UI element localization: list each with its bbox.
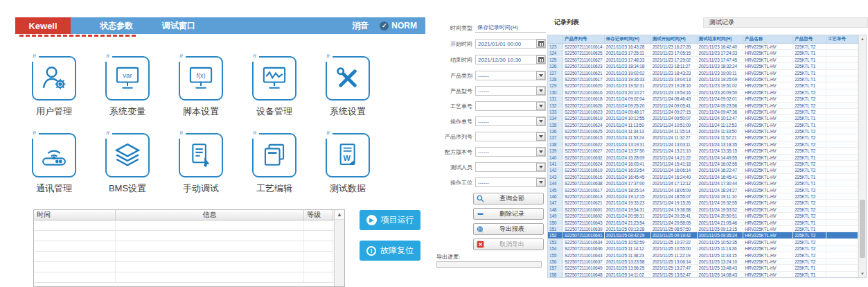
chevron-down-icon[interactable] xyxy=(536,117,545,125)
scroll-down-icon[interactable]: ▼ xyxy=(859,270,866,277)
filter-input[interactable]: 保存记录时间(H) xyxy=(475,23,546,33)
app-tile[interactable]: BMS设置 xyxy=(105,133,150,195)
record-row[interactable]: 150S2250721110106432021/11/24 21:23:5420… xyxy=(548,220,858,226)
record-row[interactable]: 138S2250721110106222021/11/24 13:19:3120… xyxy=(548,141,858,148)
record-col-header[interactable]: 测试开始时间(H) xyxy=(651,35,698,43)
record-row[interactable]: 153S2250721110106342021/11/25 10:52:5920… xyxy=(548,239,858,245)
record-row[interactable]: 140S2250721110106322021/11/24 15:28:0920… xyxy=(548,155,858,161)
record-row[interactable]: 152S2250721110106412021/11/25 09:42:2920… xyxy=(548,232,858,238)
scroll-up-icon[interactable]: ▲ xyxy=(335,210,344,220)
record-row[interactable]: 148S2250721110106012021/11/24 19:54:3120… xyxy=(548,207,858,213)
app-tile[interactable]: 工艺编辑 xyxy=(252,133,296,195)
tab-debug-window[interactable]: 调试窗口 xyxy=(162,20,195,32)
filter-input[interactable]: ------ xyxy=(475,116,546,126)
record-row[interactable]: 142S2250721110106192021/11/24 16:23:5420… xyxy=(548,167,858,173)
log-row[interactable] xyxy=(34,262,334,272)
record-row[interactable]: 127S2250721110106212021/11/23 19:02:0220… xyxy=(548,70,858,76)
chevron-down-icon[interactable] xyxy=(536,163,545,171)
record-row[interactable]: 145S2250721110106172021/11/24 18:25:1420… xyxy=(548,187,858,193)
record-row[interactable]: 124S2250721110106252021/11/23 17:25:1120… xyxy=(548,50,858,56)
log-row[interactable] xyxy=(34,241,334,252)
app-tile[interactable]: var 系统变量 xyxy=(105,56,150,118)
filter-input[interactable] xyxy=(475,101,546,111)
record-row[interactable]: 134S2250721110106192021/11/24 10:12:5520… xyxy=(548,115,858,121)
project-run-button[interactable]: ▶ 项目运行 xyxy=(360,210,420,230)
app-tile[interactable]: W 测试数据 xyxy=(326,133,370,195)
record-row[interactable]: 157S2250721110106492021/11/25 13:56:2520… xyxy=(548,265,858,271)
log-scrollbar[interactable]: ▲ xyxy=(334,210,344,286)
tab-test-record[interactable]: 测试记录 xyxy=(703,17,868,28)
record-row[interactable]: 146S2250721110106132021/11/24 19:12:1520… xyxy=(548,193,858,200)
app-tile[interactable]: f(x) 脚本设置 xyxy=(179,56,223,118)
filter-input[interactable]: ------ xyxy=(475,147,546,157)
record-row[interactable]: 144S2250721110106382021/11/24 17:37:0020… xyxy=(548,180,858,186)
record-row[interactable]: 132S2250721110106262021/11/24 09:25:2020… xyxy=(548,103,858,109)
record-row[interactable]: 151S2250721110106392021/11/25 09:13:2820… xyxy=(548,226,858,232)
record-row[interactable]: 129S2250721110106202021/11/23 19:52:3120… xyxy=(548,82,858,89)
filter-input[interactable]: ------ xyxy=(475,86,546,96)
record-row[interactable]: 131S2250721110106182021/11/24 09:02:0420… xyxy=(548,96,858,102)
chevron-down-icon[interactable] xyxy=(536,102,545,110)
tab-status-params[interactable]: 状态参数 xyxy=(100,20,133,32)
record-col-header[interactable]: 测试结束时间(H) xyxy=(698,35,744,43)
scroll-up-icon[interactable]: ▲ xyxy=(859,35,866,42)
record-row[interactable]: 158S2250721110106482021/11/25 14:11:0220… xyxy=(548,272,858,277)
record-row[interactable]: 155S2250721110106432021/11/25 11:38:2320… xyxy=(548,252,858,259)
record-row[interactable]: 143S2250721110106162021/11/24 16:45:4520… xyxy=(548,174,858,180)
action-button[interactable]: 取消导出 xyxy=(473,238,544,250)
record-row[interactable]: 130S2250721110106162021/11/23 20:10:2720… xyxy=(548,89,858,96)
record-row[interactable]: 154S2250721110106362021/11/25 11:14:1220… xyxy=(548,245,858,252)
chevron-down-icon[interactable] xyxy=(536,87,545,95)
filter-input[interactable]: 2021/12/30 10:30 xyxy=(475,55,546,64)
filter-label: 开始时间 xyxy=(435,40,475,48)
app-tile[interactable]: 设备管理 xyxy=(252,56,296,118)
record-col-header[interactable]: 保存记录时间(H) xyxy=(605,35,651,43)
kewell-logo[interactable]: Kewell xyxy=(15,17,71,34)
record-row[interactable]: 139S2250721110106272021/11/24 13:37:5020… xyxy=(548,148,858,154)
app-tile[interactable]: 用户管理 xyxy=(32,56,76,118)
app-tile[interactable]: 通讯管理 xyxy=(32,133,76,195)
chevron-down-icon[interactable] xyxy=(536,132,545,141)
record-row[interactable]: 126S2250721110106232021/11/23 18:34:1820… xyxy=(548,63,858,69)
record-row[interactable]: 123S2250721110106142021/11/23 16:43:2820… xyxy=(548,44,858,50)
action-button[interactable]: 导出报表 xyxy=(473,223,544,235)
action-button[interactable]: 删除记录 xyxy=(473,208,544,220)
record-col-header[interactable]: 工艺单号 xyxy=(826,35,858,43)
record-row[interactable]: 137S2250721110106152021/11/24 11:53:2420… xyxy=(548,134,858,141)
record-row[interactable]: 135S2250721110106242021/11/24 11:13:5020… xyxy=(548,122,858,128)
record-row[interactable]: 156S2250721110106372021/11/25 13:23:5820… xyxy=(548,259,858,265)
log-row[interactable] xyxy=(34,252,334,262)
app-tile[interactable]: 手动调试 xyxy=(179,133,223,195)
record-row[interactable]: 125S2250721110106272021/11/23 17:48:3320… xyxy=(548,57,858,63)
log-row[interactable] xyxy=(34,272,334,283)
mute-button[interactable]: 消音 xyxy=(352,20,369,32)
app-tile[interactable]: 系统设置 xyxy=(326,56,370,118)
tab-record-list[interactable]: 记录列表 xyxy=(547,17,586,28)
record-row[interactable]: 141S2250721110106242021/11/24 16:03:4120… xyxy=(548,161,858,167)
record-col-header[interactable] xyxy=(548,35,563,43)
record-row[interactable]: 128S2250721110106172021/11/23 19:26:3320… xyxy=(548,76,858,82)
calendar-icon[interactable] xyxy=(536,40,545,48)
record-row[interactable]: 136S2250721110106252021/11/24 11:34:1320… xyxy=(548,128,858,134)
action-button[interactable]: 查询全部 xyxy=(473,193,544,205)
filter-input[interactable] xyxy=(475,162,546,172)
chevron-down-icon[interactable] xyxy=(536,148,545,156)
filter-input[interactable]: 2021/01/01 00:00 xyxy=(475,39,546,49)
chevron-down-icon[interactable] xyxy=(536,71,545,80)
chevron-down-icon[interactable] xyxy=(536,178,545,186)
record-row[interactable]: 147S2250721110106212021/11/24 19:33:2320… xyxy=(548,200,858,206)
record-col-header[interactable]: 产品序列号 xyxy=(563,35,605,43)
log-row[interactable] xyxy=(34,231,334,241)
calendar-icon[interactable] xyxy=(536,55,545,64)
scroll-thumb[interactable] xyxy=(860,200,865,258)
record-row[interactable]: 133S2250721110106232021/11/24 09:48:1720… xyxy=(548,109,858,115)
filter-input[interactable]: ------ xyxy=(475,71,546,80)
record-scrollbar[interactable]: ▲ ▼ xyxy=(858,35,866,277)
record-col-header[interactable]: 产品型号 xyxy=(793,35,826,43)
log-row[interactable] xyxy=(34,220,334,231)
record-col-header[interactable]: 产品名称 xyxy=(743,35,793,43)
record-row[interactable]: 149S2250721110106022021/11/24 20:55:3120… xyxy=(548,213,858,219)
filter-input[interactable] xyxy=(475,132,546,141)
fault-reset-button[interactable]: ! 故障复位 xyxy=(360,241,420,261)
filter-input[interactable]: ------ xyxy=(475,177,546,187)
